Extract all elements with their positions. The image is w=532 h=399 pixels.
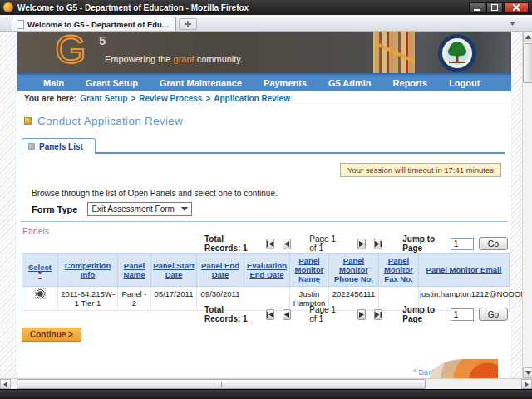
instruction-text: Browse through the list of Open Panels a… bbox=[32, 189, 278, 198]
nav-reports[interactable]: Reports bbox=[382, 78, 439, 88]
header-monitor-fax[interactable]: Panel Monitor Fax No. bbox=[379, 254, 419, 287]
bookshelf-image bbox=[373, 32, 415, 73]
page-title-row: Conduct Application Review bbox=[24, 115, 183, 127]
page-margin-right bbox=[510, 32, 522, 378]
g5-banner: G 5 Empowering the grant community. bbox=[17, 32, 511, 73]
breadcrumb-review-process[interactable]: Review Process bbox=[139, 94, 202, 103]
g5-logo-sup: 5 bbox=[99, 33, 106, 47]
browser-tab[interactable]: Welcome to G5 - Department of Edu... bbox=[12, 17, 176, 31]
required-marker: * bbox=[23, 272, 57, 277]
horizontal-scroll-thumb[interactable] bbox=[17, 379, 426, 389]
scroll-down-button[interactable] bbox=[523, 367, 532, 378]
tab-panels-list[interactable]: Panels List bbox=[22, 138, 96, 154]
arrow-up-icon bbox=[525, 35, 531, 39]
header-panel-name[interactable]: Panel Name bbox=[118, 254, 151, 287]
header-panel-start-date[interactable]: Panel Start Date bbox=[151, 254, 197, 287]
go-button[interactable]: Go bbox=[479, 308, 508, 321]
cell-panel-name: Panel - 2 bbox=[118, 287, 151, 311]
table-header-row: Select* Competition Info Panel Name Pane… bbox=[22, 254, 510, 287]
first-page-icon bbox=[267, 312, 273, 318]
breadcrumb-application-review[interactable]: Application Review bbox=[214, 94, 290, 103]
tab-panels-list-label: Panels List bbox=[39, 142, 83, 151]
tagline-accent: grant bbox=[174, 54, 195, 64]
panels-table: Select* Competition Info Panel Name Pane… bbox=[22, 253, 510, 311]
minimize-icon[interactable] bbox=[469, 2, 485, 13]
last-page-icon bbox=[375, 241, 382, 247]
previous-page-button[interactable] bbox=[283, 309, 291, 320]
window-title: Welcome to G5 - Department of Education … bbox=[17, 3, 466, 12]
breadcrumb-separator: > bbox=[131, 94, 135, 103]
next-page-button[interactable] bbox=[357, 239, 366, 249]
window-controls bbox=[469, 2, 529, 13]
jump-to-page-label: Jump to Page bbox=[402, 234, 440, 253]
header-monitor-phone[interactable]: Panel Monitor Phone No. bbox=[329, 254, 379, 287]
form-type-select[interactable]: Exit Assessment Form bbox=[87, 202, 191, 216]
vertical-scrollbar[interactable] bbox=[522, 32, 532, 378]
close-icon[interactable] bbox=[504, 2, 529, 13]
page-status: Page 1 of 1 bbox=[309, 305, 338, 323]
continue-button[interactable]: Continue > bbox=[22, 328, 81, 342]
page-margin-left bbox=[0, 32, 17, 378]
dropdown-arrow-icon bbox=[181, 207, 188, 211]
section-tabs: Panels List bbox=[22, 138, 505, 154]
header-competition-info[interactable]: Competition Info bbox=[58, 254, 118, 287]
first-page-button[interactable] bbox=[266, 309, 274, 320]
nav-grant-maintenance[interactable]: Grant Maintenance bbox=[149, 78, 253, 88]
cell-select bbox=[22, 287, 58, 311]
session-timeout-notice: Your session will timeout in 17:41 minut… bbox=[340, 163, 501, 177]
maximize-icon[interactable] bbox=[486, 2, 503, 13]
scroll-left-button[interactable] bbox=[0, 379, 11, 389]
first-page-button[interactable] bbox=[266, 239, 274, 249]
header-panel-end-date[interactable]: Panel End Date bbox=[197, 254, 244, 287]
header-monitor-name[interactable]: Panel Monitor Name bbox=[290, 254, 329, 287]
tagline-post: community. bbox=[195, 54, 243, 64]
go-button[interactable]: Go bbox=[479, 237, 508, 250]
horizontal-scrollbar[interactable] bbox=[0, 378, 532, 389]
tagline: Empowering the grant community. bbox=[105, 54, 243, 64]
last-page-button[interactable] bbox=[374, 239, 382, 249]
nav-main[interactable]: Main bbox=[32, 78, 75, 88]
status-bar bbox=[0, 389, 532, 399]
tagline-pre: Empowering the bbox=[105, 54, 174, 64]
classroom-corner-image bbox=[430, 359, 498, 378]
nav-logout[interactable]: Logout bbox=[438, 78, 490, 88]
firefox-icon bbox=[3, 2, 13, 12]
cell-panel-start-date: 05/17/2011 bbox=[151, 287, 197, 311]
page-icon bbox=[17, 20, 24, 29]
breadcrumb-grant-setup[interactable]: Grant Setup bbox=[80, 94, 127, 103]
previous-page-button[interactable] bbox=[283, 239, 291, 249]
header-evaluation-end-date[interactable]: Evaluation End Date bbox=[244, 254, 290, 287]
form-type-label: Form Type bbox=[32, 204, 77, 214]
total-records-label: Total Records: 1 bbox=[204, 305, 249, 323]
next-page-button[interactable] bbox=[357, 309, 366, 320]
nav-payments[interactable]: Payments bbox=[253, 78, 318, 88]
vertical-scroll-thumb[interactable] bbox=[523, 43, 532, 83]
form-type-value: Exit Assessment Form bbox=[91, 204, 174, 214]
scroll-right-button[interactable] bbox=[521, 379, 532, 389]
arrow-left-icon bbox=[3, 382, 7, 387]
page-title: Conduct Application Review bbox=[37, 115, 183, 127]
header-monitor-email[interactable]: Panel Monitor Email bbox=[419, 254, 510, 287]
next-page-icon bbox=[359, 241, 364, 247]
browser-tab-title: Welcome to G5 - Department of Edu... bbox=[27, 20, 169, 29]
window-titlebar: Welcome to G5 - Department of Education … bbox=[0, 0, 532, 15]
nav-grant-setup[interactable]: Grant Setup bbox=[75, 78, 149, 88]
list-all-tabs-button[interactable] bbox=[505, 18, 519, 28]
nav-g5-admin[interactable]: G5 Admin bbox=[318, 78, 382, 88]
browser-viewport: G 5 Empowering the grant community. bbox=[0, 32, 532, 378]
section-divider bbox=[21, 221, 508, 222]
main-navigation: Main Grant Setup Grant Maintenance Payme… bbox=[17, 73, 511, 91]
panel-select-radio[interactable] bbox=[36, 289, 45, 298]
cell-competition-info: 2011-84.215W-1 Tier 1 bbox=[58, 287, 118, 311]
panels-section-label: Panels bbox=[22, 226, 49, 236]
scroll-up-button[interactable] bbox=[523, 32, 532, 42]
last-page-button[interactable] bbox=[374, 309, 382, 320]
arrow-down-icon bbox=[525, 371, 531, 375]
jump-to-page-input[interactable] bbox=[451, 238, 474, 250]
jump-to-page-label: Jump to Page bbox=[402, 305, 440, 323]
new-tab-button[interactable] bbox=[179, 18, 197, 30]
chevron-down-icon bbox=[510, 22, 515, 26]
jump-to-page-input[interactable] bbox=[451, 308, 474, 321]
previous-page-icon bbox=[284, 312, 289, 318]
firefox-window: Welcome to G5 - Department of Education … bbox=[0, 0, 532, 399]
